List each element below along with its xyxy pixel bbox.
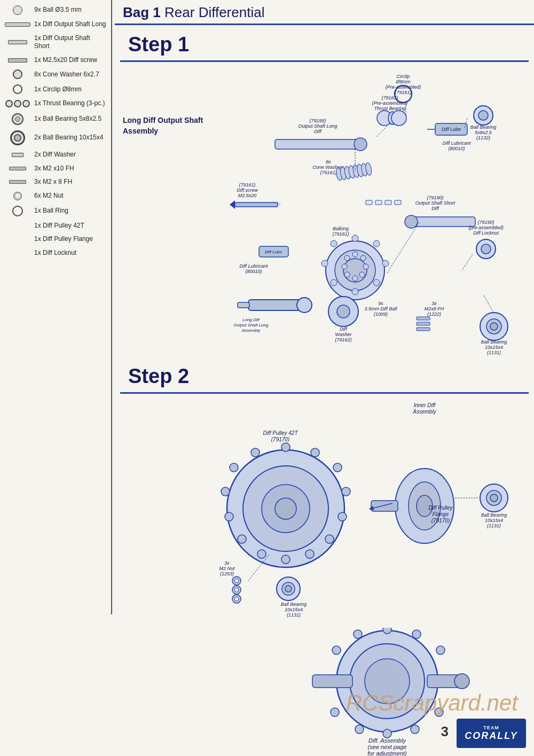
svg-line-113 <box>462 254 473 270</box>
svg-text:M2.5x20: M2.5x20 <box>238 193 257 198</box>
svg-point-124 <box>305 550 314 558</box>
shaft-long-icon <box>5 22 30 27</box>
svg-point-72 <box>405 215 418 228</box>
svg-point-130 <box>230 463 238 472</box>
svg-text:(79195): (79195) <box>309 118 326 123</box>
svg-text:Ballring: Ballring <box>333 226 349 231</box>
svg-text:Thrust Bearing: Thrust Bearing <box>374 106 405 111</box>
fh-screw-2-icon <box>9 180 26 184</box>
svg-point-69 <box>342 264 347 269</box>
svg-point-68 <box>344 272 350 277</box>
part-label: 2x Ball Bearing 10x15x4 <box>34 134 103 142</box>
svg-line-114 <box>483 294 494 313</box>
step1-svg: Diff Lube Ball Bearing 5x8x2.5 (1132) Di… <box>120 65 526 364</box>
svg-text:Diff Lubricant: Diff Lubricant <box>442 141 471 146</box>
svg-point-60 <box>331 240 337 247</box>
part-icon <box>4 180 31 184</box>
list-item: 1x Ball Ring <box>4 206 107 216</box>
step1-divider <box>120 60 529 62</box>
svg-text:Diff. Assembly: Diff. Assembly <box>368 737 406 744</box>
svg-point-57 <box>352 289 358 295</box>
nut-icon <box>13 192 22 200</box>
svg-text:(79163): (79163) <box>381 95 398 100</box>
svg-text:Diff Pulley 42T: Diff Pulley 42T <box>263 430 298 436</box>
svg-point-156 <box>234 588 239 592</box>
list-item: 1x M2.5x20 Diff screw <box>4 56 107 65</box>
svg-text:Inner Diff: Inner Diff <box>414 402 436 408</box>
svg-marker-38 <box>230 200 235 209</box>
shaft-short-icon <box>8 40 27 44</box>
part-label: 8x Cone Washer 6x2.7 <box>34 71 99 79</box>
ball-ring-icon <box>12 206 23 216</box>
svg-text:(1222): (1222) <box>427 311 441 317</box>
svg-point-17 <box>391 111 406 126</box>
svg-text:(80010): (80010) <box>245 269 262 274</box>
svg-point-161 <box>285 586 292 592</box>
svg-point-58 <box>331 279 337 286</box>
svg-rect-98 <box>417 317 430 320</box>
step1-diagram: Long Diff Output ShaftAssembly Diff Lube <box>120 65 526 364</box>
watermark: RCScrapyard.net <box>346 690 518 716</box>
part-icon <box>4 113 31 125</box>
svg-text:9x: 9x <box>378 301 383 306</box>
svg-text:10x15x4: 10x15x4 <box>485 345 503 350</box>
part-label: 1x Circlip Ø8mm <box>34 85 82 94</box>
svg-text:Diff Lube: Diff Lube <box>265 250 282 254</box>
svg-text:3x: 3x <box>224 560 230 566</box>
svg-point-55 <box>382 260 389 267</box>
svg-point-53 <box>352 235 358 241</box>
svg-text:10x15x4: 10x15x4 <box>285 607 303 612</box>
svg-text:Output Shaft Short: Output Shaft Short <box>415 200 456 206</box>
step2-section: Step 2 Inner Diff Assembly <box>115 361 534 626</box>
svg-rect-100 <box>417 328 430 331</box>
svg-point-87 <box>297 298 312 313</box>
part-icon <box>4 5 31 15</box>
large-bearing-icon <box>10 130 25 145</box>
step1-heading: Step 1 <box>120 30 529 59</box>
step1-section: Step 1 Long Diff Output ShaftAssembly D <box>115 28 534 364</box>
svg-point-59 <box>321 260 328 267</box>
page-number: 3 <box>441 723 449 740</box>
list-item: 3x M2 x 8 FH <box>4 178 107 186</box>
svg-text:(pre-assembled): (pre-assembled) <box>468 225 504 230</box>
svg-point-169 <box>383 628 391 634</box>
svg-text:(79161): (79161) <box>239 182 255 188</box>
bag-name: Rear Differential <box>164 4 264 20</box>
svg-line-109 <box>376 126 387 137</box>
circlip-icon <box>13 84 22 94</box>
svg-point-54 <box>373 240 380 247</box>
svg-point-103 <box>490 323 498 330</box>
svg-point-127 <box>238 535 246 543</box>
thrust-bearing-icon <box>5 100 30 107</box>
part-icon <box>4 58 31 63</box>
svg-text:(1131): (1131) <box>287 612 301 618</box>
svg-point-178 <box>354 630 362 638</box>
svg-rect-42 <box>366 200 372 205</box>
part-icon <box>4 167 31 170</box>
svg-text:M2x8 FH: M2x8 FH <box>425 306 444 311</box>
list-item: 1x Diff Locknut <box>4 249 107 258</box>
svg-point-82 <box>337 305 350 318</box>
svg-text:Assembly: Assembly <box>412 409 436 415</box>
svg-point-67 <box>352 276 358 281</box>
svg-text:Ball Bearing: Ball Bearing <box>470 124 497 130</box>
svg-text:Ball Bearing: Ball Bearing <box>281 602 307 607</box>
svg-text:Washer: Washer <box>335 332 352 337</box>
washer-icon <box>13 69 22 79</box>
svg-text:(79170): (79170) <box>271 437 289 442</box>
svg-point-120 <box>333 463 342 472</box>
part-icon <box>4 100 31 107</box>
svg-rect-71 <box>411 217 475 227</box>
svg-text:3.5mm Diff Ball: 3.5mm Diff Ball <box>364 306 397 311</box>
svg-point-63 <box>352 252 358 257</box>
svg-line-112 <box>387 222 419 273</box>
svg-rect-86 <box>248 300 302 310</box>
svg-point-56 <box>373 279 380 286</box>
svg-text:Ø8mm: Ø8mm <box>396 79 411 84</box>
svg-point-171 <box>436 646 445 654</box>
svg-point-118 <box>281 443 290 451</box>
part-icon <box>4 206 31 216</box>
svg-text:Diff Lube: Diff Lube <box>442 127 461 132</box>
svg-point-66 <box>359 272 365 277</box>
svg-text:(Pre-assembled): (Pre-assembled) <box>386 84 421 90</box>
